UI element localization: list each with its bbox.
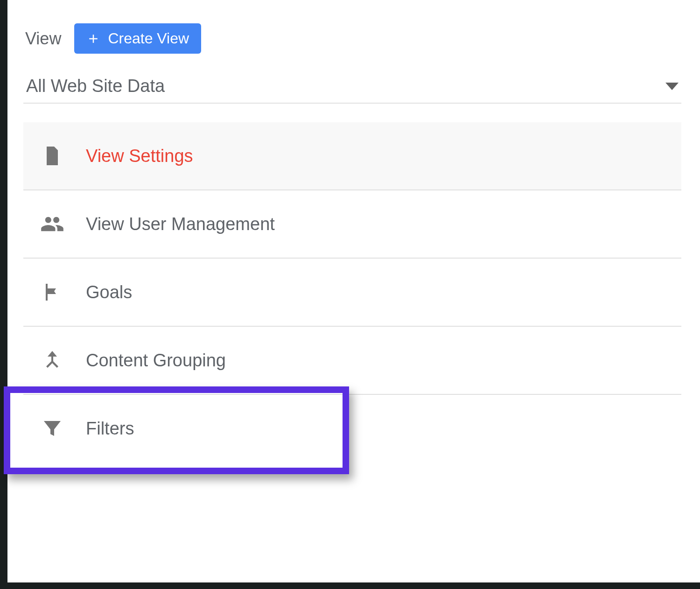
create-view-button-label: Create View [108, 30, 189, 47]
view-menu: View Settings View User Management Goals… [23, 122, 681, 462]
flag-icon [39, 279, 65, 305]
menu-item-filters[interactable]: Filters [23, 395, 681, 462]
menu-item-label: View Settings [86, 146, 193, 166]
menu-item-content-grouping[interactable]: Content Grouping [23, 327, 681, 395]
view-admin-panel: View Create View All Web Site Data View … [23, 23, 681, 575]
caret-down-icon [665, 83, 679, 90]
view-selector-label: All Web Site Data [26, 76, 165, 96]
menu-item-label: View User Management [86, 214, 275, 234]
menu-item-label: Filters [86, 419, 134, 439]
menu-item-view-settings[interactable]: View Settings [23, 122, 681, 190]
document-icon [39, 143, 65, 169]
frame-edge-left [0, 0, 7, 589]
frame-edge-bottom [0, 582, 700, 589]
funnel-icon [39, 415, 65, 442]
view-selector-dropdown[interactable]: All Web Site Data [23, 76, 681, 104]
view-header-row: View Create View [23, 23, 681, 59]
menu-item-goals[interactable]: Goals [23, 259, 681, 327]
people-icon [39, 211, 65, 237]
view-section-label: View [25, 29, 61, 49]
plus-icon [86, 32, 100, 46]
menu-item-label: Goals [86, 282, 132, 302]
menu-item-view-user-management[interactable]: View User Management [23, 190, 681, 259]
create-view-button[interactable]: Create View [74, 23, 201, 54]
merge-icon [39, 347, 65, 373]
menu-item-label: Content Grouping [86, 351, 226, 371]
